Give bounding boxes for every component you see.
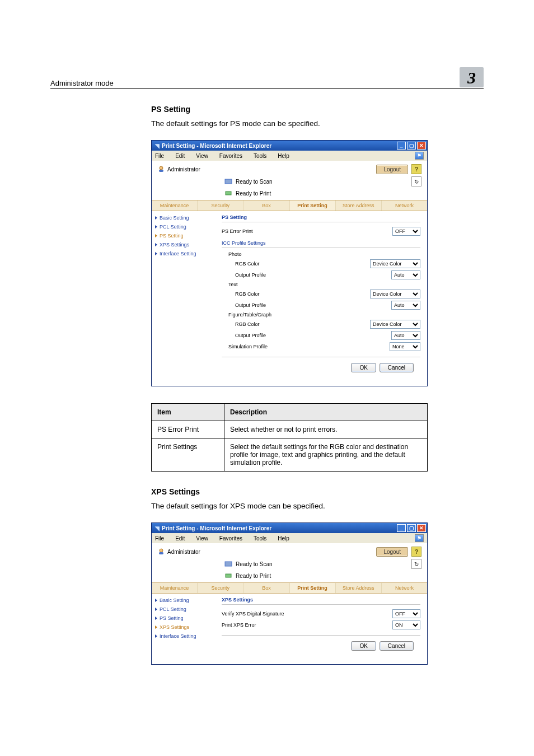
admin-icon (157, 166, 165, 172)
select-ftg-output[interactable]: Auto (391, 331, 420, 340)
label-text-output: Output Profile (222, 302, 391, 308)
logout-button[interactable]: Logout (376, 547, 408, 557)
cell-desc: Select whether or not to print errors. (224, 421, 428, 438)
minimize-button[interactable]: _ (397, 524, 406, 532)
admin-label: Administrator (167, 549, 200, 555)
menu-favorites[interactable]: Favorites (219, 153, 248, 159)
label-ftg: Figure/Table/Graph (222, 312, 420, 318)
menu-file[interactable]: File (155, 535, 170, 542)
th-item: Item (152, 404, 224, 421)
select-photo-output[interactable]: Auto (391, 270, 420, 279)
print-status-icon (224, 190, 232, 197)
select-xps-print-error[interactable]: ON (392, 620, 420, 629)
cancel-button[interactable]: Cancel (380, 363, 414, 372)
close-button[interactable]: ✕ (417, 142, 426, 150)
panel-title: PS Setting (222, 214, 420, 222)
tab-print-setting[interactable]: Print Setting (290, 200, 336, 211)
table-row: Print Settings Select the default settin… (152, 438, 428, 472)
menu-bar: File Edit View Favorites Tools Help ⚑ (152, 151, 427, 161)
cancel-button[interactable]: Cancel (380, 641, 414, 651)
tab-box[interactable]: Box (243, 583, 289, 593)
xps-heading: XPS Settings (151, 487, 484, 496)
tab-maintenance[interactable]: Maintenance (152, 200, 198, 211)
ps-heading: PS Setting (151, 105, 484, 114)
cell-item: Print Settings (152, 438, 224, 472)
menu-edit[interactable]: Edit (175, 535, 190, 542)
cell-item: PS Error Print (152, 421, 224, 438)
svg-rect-3 (226, 192, 231, 195)
tab-store-address[interactable]: Store Address (336, 200, 382, 211)
tab-box[interactable]: Box (243, 200, 289, 211)
sidebar-item-pcl[interactable]: PCL Setting (152, 605, 216, 614)
scan-status: Ready to Scan (236, 561, 273, 567)
help-button[interactable]: ? (411, 164, 421, 174)
menu-view[interactable]: View (196, 153, 214, 159)
label-photo-rgb: RGB Color (222, 261, 370, 267)
select-photo-rgb[interactable]: Device Color (370, 259, 420, 268)
label-sim-profile: Simulation Profile (222, 344, 390, 349)
admin-label: Administrator (167, 166, 200, 172)
sidebar-item-interface[interactable]: Interface Setting (152, 632, 216, 641)
maximize-button[interactable]: ▢ (407, 142, 416, 150)
svg-point-4 (160, 549, 163, 552)
table-row: PS Error Print Select whether or not to … (152, 421, 428, 438)
label-xps-print-error: Print XPS Error (222, 622, 392, 628)
print-status: Ready to Print (236, 190, 271, 197)
menu-edit[interactable]: Edit (175, 153, 190, 159)
label-text-rgb: RGB Color (222, 291, 370, 297)
sidebar-item-pcl[interactable]: PCL Setting (152, 222, 216, 231)
browser-window-xps: ◥ Print Setting - Microsoft Internet Exp… (151, 522, 428, 665)
maximize-button[interactable]: ▢ (407, 524, 416, 532)
menu-view[interactable]: View (196, 535, 214, 542)
svg-rect-6 (225, 562, 232, 566)
print-status: Ready to Print (236, 573, 271, 579)
select-ps-error-print[interactable]: OFF (392, 227, 420, 236)
close-button[interactable]: ✕ (417, 524, 426, 532)
label-xps-verify: Verify XPS Digital Signature (222, 611, 392, 617)
menu-tools[interactable]: Tools (254, 535, 272, 542)
select-ftg-rgb[interactable]: Device Color (370, 320, 420, 329)
select-text-output[interactable]: Auto (391, 301, 420, 310)
window-title: Print Setting - Microsoft Internet Explo… (162, 525, 395, 531)
menu-file[interactable]: File (155, 153, 170, 159)
description-table: Item Description PS Error Print Select w… (151, 403, 428, 472)
svg-rect-1 (159, 170, 163, 172)
sidebar-item-xps[interactable]: XPS Settings (152, 623, 216, 632)
tab-network[interactable]: Network (382, 200, 427, 211)
menu-bar: File Edit View Favorites Tools Help ⚑ (152, 533, 427, 543)
svg-rect-7 (226, 574, 231, 577)
sidebar-item-ps[interactable]: PS Setting (152, 231, 216, 240)
label-text: Text (222, 282, 420, 287)
ok-button[interactable]: OK (351, 641, 376, 651)
refresh-button[interactable]: ↻ (411, 559, 421, 569)
select-sim-profile[interactable]: None (390, 342, 420, 351)
logout-button[interactable]: Logout (376, 165, 408, 174)
print-status-icon (224, 572, 232, 579)
sidebar-item-xps[interactable]: XPS Settings (152, 240, 216, 249)
sidebar-item-ps[interactable]: PS Setting (152, 614, 216, 623)
sidebar-item-interface[interactable]: Interface Setting (152, 249, 216, 258)
tab-maintenance[interactable]: Maintenance (152, 583, 198, 593)
ok-button[interactable]: OK (351, 363, 376, 372)
menu-help[interactable]: Help (278, 535, 295, 542)
panel-title: XPS Settings (222, 597, 420, 605)
cell-desc: Select the default settings for the RGB … (224, 438, 428, 472)
sidebar-item-basic[interactable]: Basic Setting (152, 213, 216, 222)
refresh-button[interactable]: ↻ (411, 176, 421, 186)
menu-favorites[interactable]: Favorites (219, 535, 248, 542)
th-desc: Description (224, 404, 428, 421)
xps-body: The default settings for XPS mode can be… (151, 502, 484, 510)
tab-store-address[interactable]: Store Address (336, 583, 382, 593)
help-button[interactable]: ? (411, 547, 421, 557)
minimize-button[interactable]: _ (397, 142, 406, 150)
menu-tools[interactable]: Tools (254, 153, 272, 159)
tab-security[interactable]: Security (198, 583, 243, 593)
tab-security[interactable]: Security (198, 200, 243, 211)
select-text-rgb[interactable]: Device Color (370, 290, 420, 298)
sidebar-item-basic[interactable]: Basic Setting (152, 596, 216, 605)
select-xps-verify[interactable]: OFF (392, 609, 420, 618)
menu-help[interactable]: Help (278, 153, 295, 159)
tab-network[interactable]: Network (382, 583, 427, 593)
tab-print-setting[interactable]: Print Setting (290, 583, 336, 593)
ie-throbber-icon: ⚑ (415, 534, 424, 542)
